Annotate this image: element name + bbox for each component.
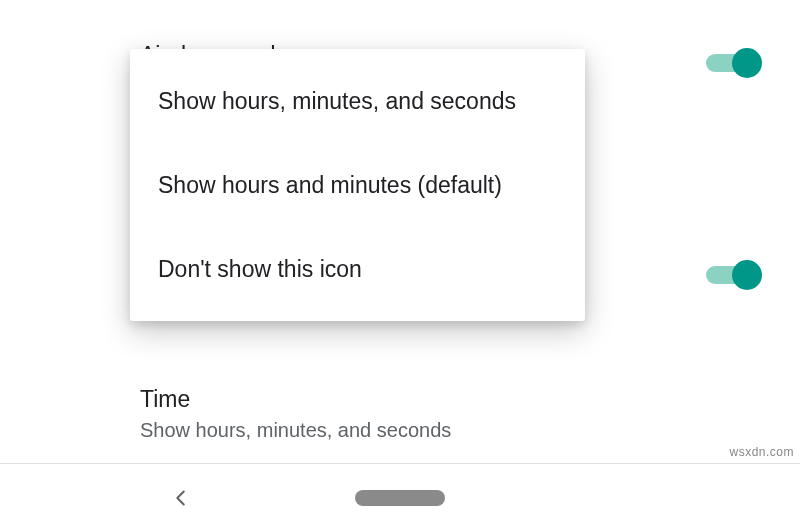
switch-thumb [732,260,762,290]
settings-screen: Airplane mode Time Show hours, minutes, … [0,0,800,531]
time-options-dialog: Show hours, minutes, and seconds Show ho… [130,49,585,321]
back-icon[interactable] [170,487,192,509]
home-pill-icon[interactable] [355,490,445,506]
watermark: wsxdn.com [729,445,794,459]
switch-thumb [732,48,762,78]
option-dont-show[interactable]: Don't show this icon [130,227,585,311]
option-show-hm-default[interactable]: Show hours and minutes (default) [130,143,585,227]
toggle-middle[interactable] [706,260,760,290]
setting-row-time[interactable]: Time Show hours, minutes, and seconds [140,386,760,442]
setting-subtitle-time: Show hours, minutes, and seconds [140,419,760,442]
setting-title-time: Time [140,386,760,413]
toggle-airplane[interactable] [706,48,760,78]
android-navbar [0,463,800,531]
option-show-hms[interactable]: Show hours, minutes, and seconds [130,59,585,143]
